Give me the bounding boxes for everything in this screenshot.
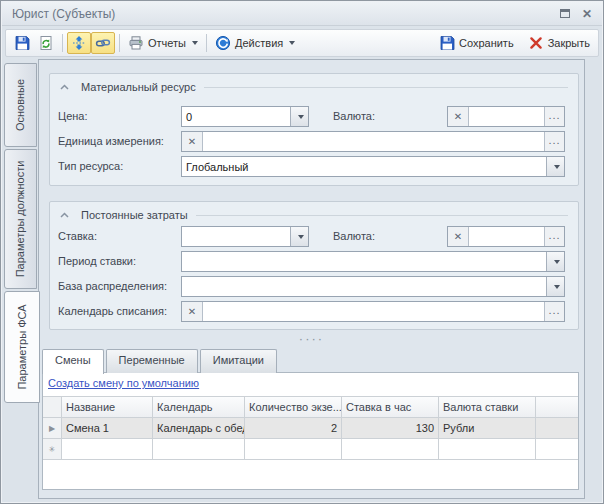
cell-hour-rate[interactable]: 130 [342,418,439,438]
chevron-down-icon [554,285,560,289]
table-row[interactable]: ▶ Смена 1 Календарь с обеда 2 130 Рубли [43,418,578,439]
writeoff-calendar-clear-button[interactable]: ✕ [182,302,203,321]
side-tab-main[interactable]: Основные [4,63,37,147]
resource-type-combo[interactable]: Глобальный [181,156,565,177]
distribution-base-value [182,277,546,296]
save-button[interactable] [10,32,34,54]
rate-currency-browse-button[interactable]: ... [544,227,564,246]
refresh-document-button[interactable] [34,32,58,54]
collapse-chevron-icon [60,84,69,90]
rate-combo[interactable] [181,226,309,247]
cell-empty[interactable] [439,439,536,459]
rate-currency-value [469,227,544,246]
distribution-base-dropdown-button[interactable] [546,277,564,296]
side-tab-fsa-params[interactable]: Параметры ФСА [4,291,40,403]
collapse-chevron-icon [60,212,69,218]
cell-empty[interactable] [342,439,439,459]
cell-calendar[interactable]: Календарь с обеда [153,418,245,438]
cell-empty[interactable] [62,439,153,459]
toolbar-separator [206,34,207,52]
cell-instances[interactable]: 2 [245,418,342,438]
column-header-rate-currency[interactable]: Валюта ставки [439,397,536,417]
tab-variables[interactable]: Переменные [106,349,198,373]
actions-menu-button[interactable]: Действия [211,32,299,54]
column-header-hour-rate[interactable]: Ставка в час [342,397,439,417]
side-tab-fsa-params-label: Параметры ФСА [16,304,28,389]
actions-circle-icon [215,35,231,51]
tab-imitations[interactable]: Имитации [200,349,277,373]
cell-rate-currency[interactable]: Рубли [439,418,536,438]
rate-value [182,227,290,246]
toolbar: Отчеты Действия Сохранить [5,29,599,57]
toolbar-separator [119,34,120,52]
fit-height-toggle-button[interactable] [67,32,91,54]
rate-period-value [182,252,546,271]
window-close-button[interactable]: ✕ [582,9,592,19]
create-default-shift-link[interactable]: Создать смену по умолчанию [48,377,199,389]
fixed-costs-group-header[interactable]: Постоянные затраты [60,208,568,222]
tab-shifts[interactable]: Смены [42,349,104,374]
writeoff-calendar-lookup[interactable]: ✕ ... [181,301,565,322]
toolbar-separator [62,34,63,52]
chevron-down-icon [298,115,304,119]
material-resource-group-header[interactable]: Материальный ресурс [60,80,568,94]
save-record-button[interactable]: Сохранить [435,32,518,54]
rate-period-combo[interactable] [181,251,565,272]
unit-browse-button[interactable]: ... [544,132,564,151]
cell-name[interactable]: Смена 1 [62,418,153,438]
side-tab-position-params[interactable]: Параметры должности [4,149,37,289]
currency-label: Валюта: [333,106,375,127]
writeoff-calendar-label: Календарь списания: [58,301,167,322]
unit-lookup[interactable]: ✕ ... [181,131,565,152]
resource-type-dropdown-button[interactable] [546,157,564,176]
new-row[interactable]: ✳ [43,439,578,460]
rate-currency-clear-button[interactable]: ✕ [448,227,469,246]
save-record-label: Сохранить [459,37,514,49]
cell-empty[interactable] [153,439,245,459]
splitter-handle[interactable]: ···· [39,334,584,344]
material-resource-group: Материальный ресурс Цена: 0 Валюта: ✕ ..… [49,73,579,186]
rate-label: Ставка: [58,226,97,247]
grid-header-row: Название Календарь Количество экзе... Ст… [43,396,578,418]
column-header-name[interactable]: Название [62,397,153,417]
price-dropdown-button[interactable] [290,107,308,126]
group-rule [196,215,568,216]
currency-clear-button[interactable]: ✕ [448,107,469,126]
rate-period-dropdown-button[interactable] [546,252,564,271]
rate-dropdown-button[interactable] [290,227,308,246]
currency-value [469,107,544,126]
unit-clear-button[interactable]: ✕ [182,132,203,151]
currency-lookup[interactable]: ✕ ... [447,106,565,127]
rate-currency-label: Валюта: [333,226,375,247]
chain-link-icon [95,35,111,51]
vertical-arrows-icon [71,35,87,51]
reports-label: Отчеты [148,37,186,49]
writeoff-calendar-browse-button[interactable]: ... [544,302,564,321]
current-row-arrow-icon: ▶ [43,418,62,438]
group-rule [204,87,568,88]
column-header-instances[interactable]: Количество экзе... [245,397,342,417]
resource-type-value: Глобальный [182,157,546,176]
unit-value [203,132,544,151]
tab-imitations-label: Имитации [213,354,264,366]
rate-currency-lookup[interactable]: ✕ ... [447,226,565,247]
distribution-base-combo[interactable] [181,276,565,297]
distribution-base-label: База распределения: [58,276,167,297]
price-value: 0 [182,107,290,126]
link-toggle-button[interactable] [91,32,115,54]
close-form-button[interactable]: Закрыть [524,32,594,54]
price-combo[interactable]: 0 [181,106,309,127]
window-title: Юрист (Субъекты) [12,7,115,21]
writeoff-calendar-value [203,302,544,321]
chevron-down-icon [298,235,304,239]
reports-menu-button[interactable]: Отчеты [124,32,202,54]
column-header-calendar[interactable]: Календарь [153,397,245,417]
red-cross-icon [528,35,544,51]
content-panel: Материальный ресурс Цена: 0 Валюта: ✕ ..… [38,59,585,499]
maximize-button[interactable] [560,8,570,20]
cell-empty[interactable] [245,439,342,459]
chevron-down-icon [554,165,560,169]
close-form-label: Закрыть [548,37,590,49]
price-label: Цена: [58,106,88,127]
currency-browse-button[interactable]: ... [544,107,564,126]
